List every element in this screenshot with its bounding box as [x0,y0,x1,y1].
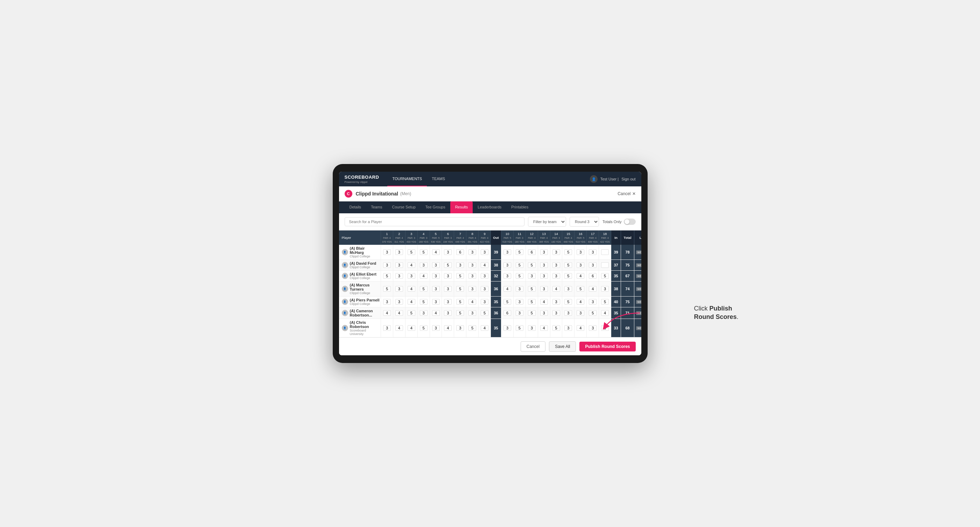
score-input-hole-14[interactable] [552,249,560,255]
score-input-hole-5[interactable] [432,299,440,305]
score-hole-1-row-5[interactable] [381,307,393,319]
score-hole-9-row-6[interactable] [479,319,491,338]
score-hole-12-row-2[interactable] [525,271,538,281]
score-hole-13-row-5[interactable] [538,307,550,319]
score-input-hole-14[interactable] [552,325,560,331]
score-input-hole-16[interactable] [577,273,584,279]
score-hole-2-row-3[interactable] [393,281,405,297]
save-all-button[interactable]: Save All [549,341,576,352]
score-hole-3-row-6[interactable] [405,319,417,338]
score-hole-16-row-1[interactable] [574,260,587,271]
score-input-hole-12[interactable] [528,310,536,316]
score-input-hole-3[interactable] [407,262,415,268]
score-hole-13-row-1[interactable] [538,260,550,271]
score-input-hole-15[interactable] [564,299,572,305]
score-hole-15-row-6[interactable] [562,319,574,338]
round-select[interactable]: Round 3 [570,217,599,227]
score-input-hole-10[interactable] [503,273,511,279]
score-hole-7-row-2[interactable] [454,271,466,281]
score-hole-2-row-0[interactable] [393,245,405,260]
score-input-hole-12[interactable] [528,249,536,255]
score-hole-10-row-0[interactable] [501,245,514,260]
score-hole-1-row-1[interactable] [381,260,393,271]
wd-badge-row-3[interactable]: WD [636,287,641,291]
score-hole-15-row-0[interactable] [562,245,574,260]
score-hole-5-row-4[interactable] [430,297,442,307]
score-input-hole-12[interactable] [528,325,536,331]
score-input-hole-4[interactable] [420,249,428,255]
score-input-hole-10[interactable] [503,286,511,292]
score-hole-6-row-6[interactable] [442,319,454,338]
score-input-hole-6[interactable] [444,310,452,316]
tab-printables[interactable]: Printables [506,202,533,213]
score-input-hole-10[interactable] [503,299,511,305]
score-input-hole-16[interactable] [577,310,584,316]
score-hole-4-row-4[interactable] [417,297,430,307]
score-hole-9-row-0[interactable] [479,245,491,260]
score-hole-11-row-3[interactable] [513,281,525,297]
toggle-switch[interactable] [624,219,636,225]
score-hole-12-row-4[interactable] [525,297,538,307]
score-hole-17-row-3[interactable] [587,281,599,297]
score-input-hole-15[interactable] [564,325,572,331]
cancel-tournament-button[interactable]: Cancel ✕ [617,191,635,196]
score-input-hole-17[interactable] [589,286,597,292]
score-hole-6-row-0[interactable] [442,245,454,260]
score-hole-9-row-2[interactable] [479,271,491,281]
score-input-hole-7[interactable] [456,310,464,316]
tab-details[interactable]: Details [345,202,366,213]
score-input-hole-15[interactable] [564,273,572,279]
score-input-hole-3[interactable] [407,310,415,316]
score-input-hole-7[interactable] [456,325,464,331]
score-hole-17-row-5[interactable] [587,307,599,319]
score-input-hole-6[interactable] [444,262,452,268]
score-input-hole-5[interactable] [432,273,440,279]
score-input-hole-17[interactable] [589,262,597,268]
score-hole-3-row-3[interactable] [405,281,417,297]
filter-team-select[interactable]: Filter by team [528,217,566,227]
score-hole-6-row-4[interactable] [442,297,454,307]
score-input-hole-18[interactable] [601,273,609,279]
score-input-hole-2[interactable] [395,262,403,268]
score-hole-3-row-1[interactable] [405,260,417,271]
score-hole-10-row-4[interactable] [501,297,514,307]
score-input-hole-10[interactable] [503,310,511,316]
score-input-hole-15[interactable] [564,310,572,316]
totals-only-toggle[interactable]: Totals Only [603,219,635,225]
score-hole-6-row-5[interactable] [442,307,454,319]
score-input-hole-18[interactable] [601,299,609,305]
score-input-hole-11[interactable] [516,262,523,268]
sign-out-button[interactable]: Sign out [621,177,635,181]
score-input-hole-8[interactable] [468,249,476,255]
score-hole-4-row-3[interactable] [417,281,430,297]
score-hole-5-row-2[interactable] [430,271,442,281]
score-hole-5-row-6[interactable] [430,319,442,338]
score-input-hole-2[interactable] [395,286,403,292]
score-input-hole-7[interactable] [456,273,464,279]
score-input-hole-12[interactable] [528,299,536,305]
score-hole-13-row-3[interactable] [538,281,550,297]
score-hole-1-row-4[interactable] [381,297,393,307]
score-input-hole-3[interactable] [407,273,415,279]
score-hole-14-row-2[interactable] [550,271,562,281]
wd-badge-row-0[interactable]: WD [636,251,641,254]
score-hole-16-row-4[interactable] [574,297,587,307]
score-input-hole-14[interactable] [552,299,560,305]
score-hole-10-row-6[interactable] [501,319,514,338]
score-input-hole-9[interactable] [481,310,488,316]
score-hole-13-row-2[interactable] [538,271,550,281]
wd-badge-row-1[interactable]: WD [636,264,641,267]
score-input-hole-4[interactable] [420,325,428,331]
score-hole-16-row-0[interactable] [574,245,587,260]
score-hole-10-row-5[interactable] [501,307,514,319]
score-hole-5-row-5[interactable] [430,307,442,319]
score-hole-4-row-6[interactable] [417,319,430,338]
score-hole-18-row-4[interactable] [599,297,611,307]
score-hole-16-row-2[interactable] [574,271,587,281]
score-input-hole-10[interactable] [503,262,511,268]
score-hole-1-row-6[interactable] [381,319,393,338]
score-hole-8-row-0[interactable] [466,245,479,260]
score-hole-9-row-5[interactable] [479,307,491,319]
score-hole-11-row-4[interactable] [513,297,525,307]
score-hole-11-row-6[interactable] [513,319,525,338]
